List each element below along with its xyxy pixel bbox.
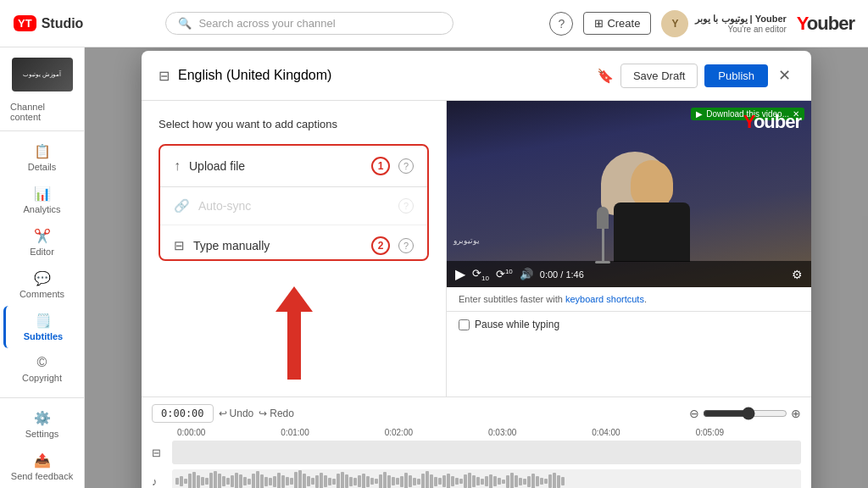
bookmark-icon[interactable]: 🔖 xyxy=(597,68,614,84)
play-button[interactable]: ▶ xyxy=(455,266,465,282)
audio-track: ♪ xyxy=(152,468,801,488)
sidebar-label-analytics: Analytics xyxy=(23,204,60,214)
option-upload-file[interactable]: ↑ Upload file 1 ? xyxy=(160,146,427,187)
editor-icon: ✂️ xyxy=(34,228,51,244)
search-placeholder: Search across your channel xyxy=(198,17,335,30)
timeline-ruler: 0:00:00 0:01:00 0:02:00 0:03:00 0:04:00 … xyxy=(152,428,801,437)
type-icon: ⊟ xyxy=(174,238,185,253)
close-button[interactable]: ✕ xyxy=(775,63,794,88)
sidebar-label-settings: Settings xyxy=(25,429,59,439)
video-container: Youber xyxy=(447,101,811,287)
feedback-icon: 📤 xyxy=(34,452,51,469)
sidebar-item-subtitles[interactable]: 🗒️ Subtitles xyxy=(3,306,81,348)
subtitle-hint: Enter subtitles faster with keyboard sho… xyxy=(447,287,811,312)
undo-icon: ↩ xyxy=(219,408,227,419)
settings-icon: ⚙️ xyxy=(34,410,51,426)
zoom-out-button[interactable]: ⊖ xyxy=(689,407,699,420)
sidebar-label-subtitles: Subtitles xyxy=(24,331,63,341)
option-type-help[interactable]: ? xyxy=(398,238,414,253)
create-icon: ⊞ xyxy=(594,17,604,30)
user-role: You're an editor xyxy=(695,25,786,34)
sidebar-item-comments[interactable]: 💬 Comments xyxy=(3,263,81,306)
copyright-icon: © xyxy=(37,355,47,370)
settings-button[interactable]: ⚙ xyxy=(792,268,803,281)
redo-button[interactable]: ↪ Redo xyxy=(259,408,294,419)
modal-body: Select how you want to add captions ↑ Up… xyxy=(142,101,811,396)
video-controls: ▶ ⟳10 ⟳10 🔊 0:00 / 1:46 ⚙ xyxy=(447,261,811,287)
forward-button[interactable]: ⟳10 xyxy=(496,268,513,280)
caption-track: ⊟ xyxy=(152,439,801,466)
option-upload-label: Upload file xyxy=(189,159,363,173)
publish-button[interactable]: Publish xyxy=(704,64,768,87)
comments-icon: 💬 xyxy=(34,270,51,286)
ruler-1: 0:01:00 xyxy=(279,428,382,437)
arrow-stem xyxy=(287,312,301,380)
timeline-controls: 0:00:00 ↩ Undo ↪ Redo ⊖ ⊕ xyxy=(152,404,801,423)
audio-track-icon: ♪ xyxy=(152,475,172,488)
thumbnail-text: آموزش یوتیوب xyxy=(21,69,63,80)
ruler-2: 0:02:00 xyxy=(383,428,487,437)
option-type-label: Type manually xyxy=(193,239,363,252)
sidebar-item-settings[interactable]: ⚙️ Settings xyxy=(3,403,81,446)
modal-title: English (United Kingdom) xyxy=(178,68,588,83)
create-label: Create xyxy=(607,17,640,30)
ruler-3: 0:03:00 xyxy=(487,428,590,437)
brand-y: Y xyxy=(797,13,807,34)
upload-icon: ↑ xyxy=(174,158,181,174)
keyboard-shortcuts-link[interactable]: keyboard shortcuts xyxy=(565,294,644,304)
sidebar-item-details[interactable]: 📋 Details xyxy=(3,136,81,179)
details-icon: 📋 xyxy=(34,143,51,159)
undo-button[interactable]: ↩ Undo xyxy=(219,408,254,419)
user-avatar[interactable]: Y xyxy=(661,10,688,37)
video-time: 0:00 / 1:46 xyxy=(540,269,584,280)
autosync-icon: 🔗 xyxy=(174,198,190,214)
subtitles-icon: 🗒️ xyxy=(35,313,52,329)
left-panel: Select how you want to add captions ↑ Up… xyxy=(142,101,447,396)
subtitle-icon: ⊟ xyxy=(159,68,170,84)
option-autosync-label: Auto-sync xyxy=(198,199,390,213)
pause-checkbox[interactable] xyxy=(459,319,470,330)
zoom-slider[interactable] xyxy=(703,407,787,420)
topbar-right: ? ⊞ Create Youber | یوتیوب با یوبر You'r… xyxy=(549,10,854,37)
analytics-icon: 📊 xyxy=(34,186,51,202)
sidebar-item-feedback[interactable]: 📤 Send feedback xyxy=(3,446,81,488)
youtube-icon: YT xyxy=(14,15,36,31)
help-button[interactable]: ? xyxy=(549,12,573,36)
waveform xyxy=(172,469,801,488)
caption-options: ↑ Upload file 1 ? 🔗 Auto-sync ? xyxy=(159,144,429,261)
option-auto-sync: 🔗 Auto-sync ? xyxy=(160,187,427,225)
search-bar[interactable]: 🔍 Search across your channel xyxy=(165,12,453,35)
zoom-controls: ⊖ ⊕ xyxy=(689,407,801,420)
main-area: ⊟ English (United Kingdom) 🔖 Save Draft … xyxy=(85,47,868,488)
audio-track-content[interactable] xyxy=(172,469,801,488)
studio-logo: YT Studio xyxy=(14,15,83,31)
sidebar-item-analytics[interactable]: 📊 Analytics xyxy=(3,179,81,221)
create-button[interactable]: ⊞ Create xyxy=(583,12,651,35)
sidebar-label-feedback: Send feedback xyxy=(11,471,73,481)
redo-label: Redo xyxy=(270,408,294,419)
topbar: YT Studio 🔍 Search across your channel ?… xyxy=(0,0,868,47)
ruler-5: 0:05:09 xyxy=(694,428,798,437)
sidebar-label-comments: Comments xyxy=(19,289,64,299)
modal-header: ⊟ English (United Kingdom) 🔖 Save Draft … xyxy=(142,51,811,101)
ruler-4: 0:04:00 xyxy=(590,428,693,437)
timeline-bar: 0:00:00 ↩ Undo ↪ Redo ⊖ ⊕ xyxy=(142,396,811,488)
option-type-manually[interactable]: ⊟ Type manually 2 ? xyxy=(160,225,427,261)
option-upload-help[interactable]: ? xyxy=(398,158,414,174)
caption-track-content[interactable] xyxy=(172,441,801,464)
panel-instruction: Select how you want to add captions xyxy=(159,118,429,130)
timeline-tracks: ⊟ ♪ xyxy=(152,439,801,488)
volume-button[interactable]: 🔊 xyxy=(520,268,533,280)
rewind-button[interactable]: ⟳10 xyxy=(472,267,489,282)
zoom-in-button[interactable]: ⊕ xyxy=(791,407,801,420)
redo-icon: ↪ xyxy=(259,408,267,419)
ruler-0: 0:00:00 xyxy=(175,428,279,437)
modal-actions: 🔖 Save Draft Publish ✕ xyxy=(597,63,794,88)
caption-track-icon: ⊟ xyxy=(152,446,172,459)
sidebar-item-editor[interactable]: ✂️ Editor xyxy=(3,221,81,263)
sidebar-item-copyright[interactable]: © Copyright xyxy=(3,348,81,390)
save-draft-button[interactable]: Save Draft xyxy=(620,64,698,88)
main-layout: آموزش یوتیوب Channel content 📋 Details 📊… xyxy=(0,47,868,488)
option-autosync-help: ? xyxy=(398,198,414,214)
sidebar-label-copyright: Copyright xyxy=(22,373,62,383)
